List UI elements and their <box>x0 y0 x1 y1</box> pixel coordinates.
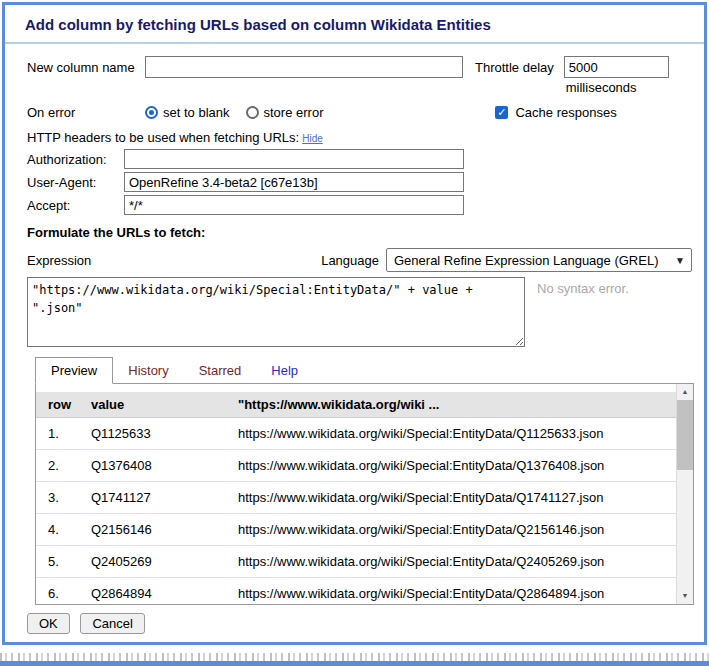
row-value: Q1125633 <box>87 418 234 450</box>
checkbox-checked-icon: ✓ <box>495 106 508 119</box>
authorization-label: Authorization: <box>27 152 124 167</box>
accept-row: Accept: <box>27 195 694 215</box>
tab-preview[interactable]: Preview <box>35 357 113 384</box>
on-error-store-error-radio[interactable]: store error <box>246 105 324 120</box>
row-index: 3. <box>36 482 87 514</box>
table-row: 4. Q2156146 https://www.wikidata.org/wik… <box>36 514 676 546</box>
language-group: Language General Refine Expression Langu… <box>321 248 692 272</box>
dialog-footer: OK Cancel <box>27 613 694 634</box>
preview-table-wrap: row value "https://www.wikidata.org/wiki… <box>36 384 676 604</box>
row-url: https://www.wikidata.org/wiki/Special:En… <box>234 546 676 578</box>
language-selected-value: General Refine Expression Language (GREL… <box>394 253 658 268</box>
cache-responses-checkbox[interactable]: ✓ Cache responses <box>495 105 616 120</box>
row-value: Q1741127 <box>87 482 234 514</box>
on-error-row: On error set to blank store error ✓ Cach… <box>27 105 694 120</box>
row-index: 6. <box>36 578 87 605</box>
row-value: Q2864894 <box>87 578 234 605</box>
row-url: https://www.wikidata.org/wiki/Special:En… <box>234 514 676 546</box>
throttle-delay-label: Throttle delay <box>475 56 554 75</box>
tab-starred[interactable]: Starred <box>184 358 257 383</box>
row-index: 2. <box>36 450 87 482</box>
radio-unselected-icon <box>246 106 259 119</box>
on-error-set-to-blank-radio[interactable]: set to blank <box>145 105 230 120</box>
name-throttle-row: New column name Throttle delay milliseco… <box>27 56 694 95</box>
user-agent-input[interactable] <box>124 172 464 192</box>
chevron-down-icon: ▼ <box>675 255 685 266</box>
col-header-expression: "https://www.wikidata.org/wiki ... <box>234 392 676 418</box>
new-column-name-input[interactable] <box>145 56 463 78</box>
row-index: 4. <box>36 514 87 546</box>
dialog-body: New column name Throttle delay milliseco… <box>5 56 704 642</box>
preview-panel: row value "https://www.wikidata.org/wiki… <box>35 383 694 605</box>
row-url: https://www.wikidata.org/wiki/Special:En… <box>234 578 676 605</box>
http-headers-fields: Authorization: User-Agent: Accept: <box>27 149 694 215</box>
expression-textarea[interactable]: "https://www.wikidata.org/wiki/Special:E… <box>27 277 525 347</box>
preview-scrollbar[interactable]: ▲ ▼ <box>676 384 693 604</box>
row-index: 5. <box>36 546 87 578</box>
tab-help[interactable]: Help <box>256 358 313 383</box>
accept-label: Accept: <box>27 198 124 213</box>
radio-selected-icon <box>145 106 158 119</box>
http-headers-title: HTTP headers to be used when fetching UR… <box>27 130 694 145</box>
ok-button[interactable]: OK <box>27 613 70 634</box>
language-label: Language <box>321 253 379 268</box>
table-row: 3. Q1741127 https://www.wikidata.org/wik… <box>36 482 676 514</box>
language-select[interactable]: General Refine Expression Language (GREL… <box>386 248 692 272</box>
table-row: 5. Q2405269 https://www.wikidata.org/wik… <box>36 546 676 578</box>
row-index: 1. <box>36 418 87 450</box>
throttle-delay-input[interactable] <box>564 56 669 78</box>
background-page-blurred-text <box>0 653 709 661</box>
expression-language-row: Expression Language General Refine Expre… <box>27 248 694 272</box>
row-url: https://www.wikidata.org/wiki/Special:En… <box>234 482 676 514</box>
col-header-value: value <box>87 392 234 418</box>
cancel-button[interactable]: Cancel <box>80 613 144 634</box>
scrollbar-down-icon[interactable]: ▼ <box>677 588 693 604</box>
add-column-by-fetching-urls-dialog: Add column by fetching URLs based on col… <box>2 2 707 645</box>
dialog-title: Add column by fetching URLs based on col… <box>5 5 704 44</box>
preview-table: row value "https://www.wikidata.org/wiki… <box>36 392 676 604</box>
expression-label: Expression <box>27 253 91 268</box>
user-agent-row: User-Agent: <box>27 172 694 192</box>
row-url: https://www.wikidata.org/wiki/Special:En… <box>234 450 676 482</box>
col-header-row: row <box>36 392 87 418</box>
authorization-input[interactable] <box>124 149 464 169</box>
formulate-urls-label: Formulate the URLs to fetch: <box>27 225 694 240</box>
accept-input[interactable] <box>124 195 464 215</box>
on-error-set-to-blank-label: set to blank <box>163 105 230 120</box>
http-headers-label: HTTP headers to be used when fetching UR… <box>27 130 299 145</box>
row-value: Q2405269 <box>87 546 234 578</box>
on-error-label: On error <box>27 105 145 120</box>
row-value: Q1376408 <box>87 450 234 482</box>
hide-headers-link[interactable]: Hide <box>302 133 323 144</box>
scrollbar-up-icon[interactable]: ▲ <box>677 384 693 400</box>
table-row: 6. Q2864894 https://www.wikidata.org/wik… <box>36 578 676 605</box>
row-value: Q2156146 <box>87 514 234 546</box>
preview-tabs: Preview History Starred Help <box>35 357 694 383</box>
throttle-delay-group: milliseconds <box>564 56 669 95</box>
syntax-status-text: No syntax error. <box>537 277 629 296</box>
tab-history[interactable]: History <box>113 358 183 383</box>
user-agent-label: User-Agent: <box>27 175 124 190</box>
table-row: 2. Q1376408 https://www.wikidata.org/wik… <box>36 450 676 482</box>
cache-responses-label: Cache responses <box>515 105 616 120</box>
on-error-store-error-label: store error <box>264 105 324 120</box>
table-row: 1. Q1125633 https://www.wikidata.org/wik… <box>36 418 676 450</box>
table-header-row: row value "https://www.wikidata.org/wiki… <box>36 392 676 418</box>
throttle-delay-unit: milliseconds <box>564 80 669 95</box>
row-url: https://www.wikidata.org/wiki/Special:En… <box>234 418 676 450</box>
authorization-row: Authorization: <box>27 149 694 169</box>
expression-editor-row: "https://www.wikidata.org/wiki/Special:E… <box>27 277 694 347</box>
new-column-name-label: New column name <box>27 56 145 75</box>
scrollbar-thumb[interactable] <box>677 400 693 470</box>
background-window-border <box>0 661 709 666</box>
